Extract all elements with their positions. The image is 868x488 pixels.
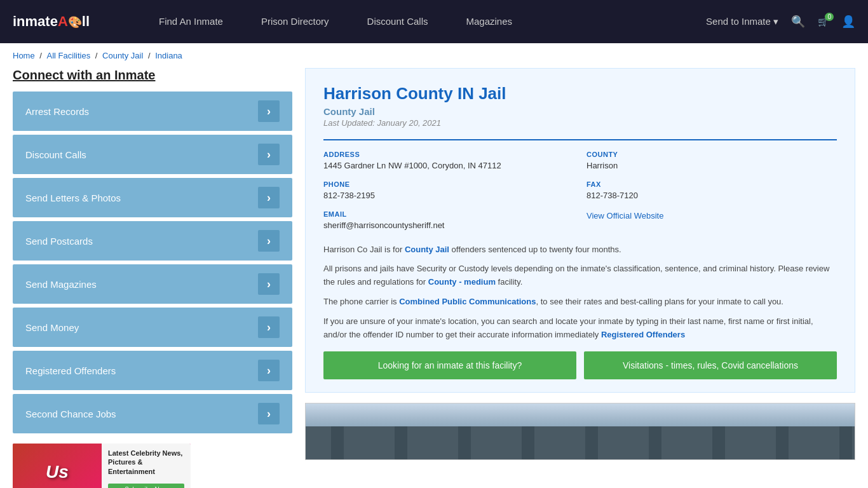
breadcrumb-county-jail[interactable]: County Jail	[102, 51, 143, 60]
email-value: sheriff@harrisoncountysheriff.net	[323, 220, 574, 231]
phone-label: PHONE	[323, 180, 574, 188]
ad-subscribe-button[interactable]: Subscribe Now	[108, 484, 184, 488]
sidebar-item-label: Second Chance Jobs	[25, 409, 116, 419]
ad-title: Latest Celebrity News, Pictures & Entert…	[108, 449, 184, 476]
breadcrumb: Home / All Facilities / County Jail / In…	[0, 43, 868, 68]
sidebar-item-label: Send Postcards	[25, 236, 93, 247]
desc-paragraph-1: Harrison Co Jail is for County Jail offe…	[323, 243, 837, 257]
building-silhouette	[306, 426, 855, 460]
nav: Find An Inmate Prison Directory Discount…	[140, 0, 681, 43]
cart-badge: 0	[825, 13, 834, 21]
send-to-inmate-button[interactable]: Send to Inmate ▾	[706, 16, 778, 27]
sidebar-item-send-magazines[interactable]: Send Magazines ›	[13, 264, 292, 304]
facility-last-updated: Last Updated: January 20, 2021	[323, 118, 837, 128]
address-label: ADDRESS	[323, 151, 574, 158]
website-block: View Official Website	[587, 210, 837, 231]
county-label: COUNTY	[587, 151, 837, 158]
chevron-right-icon: ›	[258, 230, 280, 252]
chevron-right-icon: ›	[258, 187, 280, 208]
sidebar-item-label: Discount Calls	[25, 149, 86, 160]
find-inmate-button[interactable]: Looking for an inmate at this facility?	[323, 351, 576, 379]
facility-type: County Jail	[323, 106, 837, 117]
nav-magazines[interactable]: Magazines	[447, 0, 531, 43]
sidebar-item-arrest-records[interactable]: Arrest Records ›	[13, 92, 292, 131]
chevron-right-icon: ›	[258, 144, 280, 165]
breadcrumb-sep1: /	[39, 51, 44, 60]
breadcrumb-all-facilities[interactable]: All Facilities	[47, 51, 91, 60]
fax-block: FAX 812-738-7120	[587, 180, 837, 201]
sidebar-item-label: Send Money	[25, 322, 79, 333]
county-medium-link[interactable]: County - medium	[428, 277, 496, 287]
cart-icon[interactable]: 🛒0	[818, 17, 829, 27]
chevron-right-icon: ›	[258, 273, 280, 295]
county-jail-link[interactable]: County Jail	[405, 245, 449, 254]
sidebar-item-send-postcards[interactable]: Send Postcards ›	[13, 221, 292, 261]
sidebar-item-registered-offenders[interactable]: Registered Offenders ›	[13, 351, 292, 390]
sidebar-item-send-money[interactable]: Send Money ›	[13, 308, 292, 347]
chevron-right-icon: ›	[258, 403, 280, 424]
county-block: COUNTY Harrison	[587, 151, 837, 172]
sidebar-item-label: Send Letters & Photos	[25, 193, 121, 203]
facility-title: Harrison County IN Jail	[323, 84, 837, 104]
facility-info-grid: ADDRESS 1445 Gardner Ln NW #1000, Corydo…	[323, 139, 837, 232]
phone-value: 812-738-2195	[323, 190, 574, 201]
ad-text: Latest Celebrity News, Pictures & Entert…	[102, 444, 191, 488]
phone-block: PHONE 812-738-2195	[323, 180, 574, 201]
facility-card: Harrison County IN Jail County Jail Last…	[305, 68, 855, 393]
visitation-button[interactable]: Visitations - times, rules, Covid cancel…	[584, 351, 837, 379]
content-area: Harrison County IN Jail County Jail Last…	[305, 68, 855, 488]
sidebar-item-second-chance-jobs[interactable]: Second Chance Jobs ›	[13, 394, 292, 433]
sidebar-item-label: Send Magazines	[25, 279, 97, 290]
ad-image: Us	[13, 444, 102, 488]
sidebar: Connect with an Inmate Arrest Records › …	[13, 68, 292, 488]
chevron-right-icon: ›	[258, 100, 280, 122]
sidebar-item-discount-calls[interactable]: Discount Calls ›	[13, 135, 292, 174]
email-label: EMAIL	[323, 210, 574, 218]
phone-carrier-link[interactable]: Combined Public Communications	[399, 297, 536, 306]
logo[interactable]: inmateA🎨ll	[13, 13, 114, 30]
header-right: Send to Inmate ▾ 🔍 🛒0 👤	[706, 15, 855, 29]
sidebar-item-label: Arrest Records	[25, 106, 89, 117]
county-value: Harrison	[587, 160, 837, 172]
chevron-right-icon: ›	[258, 316, 280, 338]
ad-banner: Us Latest Celebrity News, Pictures & Ent…	[13, 444, 191, 488]
address-block: ADDRESS 1445 Gardner Ln NW #1000, Corydo…	[323, 151, 574, 172]
search-icon[interactable]: 🔍	[791, 15, 805, 29]
header: inmateA🎨ll Find An Inmate Prison Directo…	[0, 0, 868, 43]
action-buttons: Looking for an inmate at this facility? …	[323, 351, 837, 379]
chevron-right-icon: ›	[258, 360, 280, 381]
desc-paragraph-2: All prisons and jails have Security or C…	[323, 262, 837, 289]
sidebar-menu: Arrest Records › Discount Calls › Send L…	[13, 92, 292, 433]
sidebar-title: Connect with an Inmate	[13, 68, 292, 83]
nav-discount-calls[interactable]: Discount Calls	[348, 0, 447, 43]
fax-value: 812-738-7120	[587, 190, 837, 201]
registered-offenders-link[interactable]: Registered Offenders	[601, 330, 685, 339]
sidebar-item-send-letters[interactable]: Send Letters & Photos ›	[13, 178, 292, 217]
sidebar-item-label: Registered Offenders	[25, 365, 116, 376]
website-link[interactable]: View Official Website	[587, 211, 663, 220]
fax-label: FAX	[587, 180, 837, 188]
desc-paragraph-4: If you are unsure of your inmate's locat…	[323, 315, 837, 342]
breadcrumb-home[interactable]: Home	[13, 51, 35, 60]
logo-text: inmateA🎨ll	[13, 13, 90, 30]
address-value: 1445 Gardner Ln NW #1000, Corydon, IN 47…	[323, 160, 574, 172]
user-icon[interactable]: 👤	[841, 15, 855, 29]
nav-find-inmate[interactable]: Find An Inmate	[140, 0, 242, 43]
breadcrumb-sep3: /	[148, 51, 153, 60]
breadcrumb-sep2: /	[95, 51, 100, 60]
main-content: Connect with an Inmate Arrest Records › …	[0, 68, 868, 488]
email-block: EMAIL sheriff@harrisoncountysheriff.net	[323, 210, 574, 231]
desc-paragraph-3: The phone carrier is Combined Public Com…	[323, 295, 837, 309]
breadcrumb-state[interactable]: Indiana	[155, 51, 182, 60]
nav-prison-directory[interactable]: Prison Directory	[242, 0, 348, 43]
facility-image	[305, 403, 855, 460]
